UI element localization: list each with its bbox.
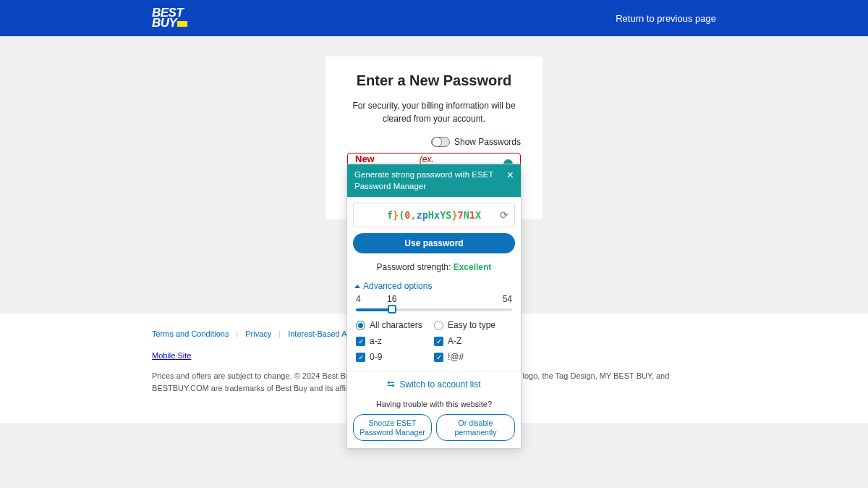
logo-line2: BUY: [152, 18, 187, 28]
slider-current: 16: [387, 294, 396, 304]
show-passwords-row: Show Passwords: [347, 137, 521, 147]
radio-icon: [434, 321, 443, 330]
slider-thumb[interactable]: [388, 305, 396, 314]
chevron-up-icon: [354, 285, 360, 288]
show-passwords-toggle[interactable]: [431, 137, 450, 147]
opt-symbols[interactable]: ✓!@#: [434, 352, 512, 362]
checkbox-icon: ✓: [434, 353, 443, 362]
use-password-button[interactable]: Use password: [353, 233, 515, 253]
snooze-button[interactable]: Snooze ESET Password Manager: [353, 414, 432, 423]
mobile-site-link[interactable]: Mobile Site: [152, 351, 191, 360]
return-link[interactable]: Return to previous page: [616, 13, 716, 24]
opt-uppercase[interactable]: ✓A-Z: [434, 336, 512, 346]
ads-link[interactable]: Interest-Based Ads: [288, 329, 355, 338]
logo-tag-icon: [177, 21, 187, 27]
close-icon[interactable]: ×: [507, 169, 514, 181]
popup-header: Generate strong password with ESET Passw…: [347, 164, 521, 197]
advanced-options-toggle[interactable]: Advanced options: [347, 281, 521, 294]
page-header: BEST BUY Return to previous page: [0, 0, 868, 36]
trouble-text: Having trouble with this website?: [347, 397, 521, 414]
opt-easy-to-type[interactable]: Easy to type: [434, 320, 512, 330]
checkbox-icon: ✓: [356, 337, 365, 346]
popup-title: Generate strong password with ESET Passw…: [354, 169, 507, 192]
show-passwords-label: Show Passwords: [454, 137, 521, 147]
terms-link[interactable]: Terms and Conditions: [152, 329, 229, 338]
checkbox-icon: ✓: [356, 353, 365, 362]
bestbuy-logo: BEST BUY: [152, 8, 187, 29]
privacy-link[interactable]: Privacy: [245, 329, 271, 338]
disable-button[interactable]: Or disable permanently: [436, 414, 515, 423]
eset-password-popup: Generate strong password with ESET Passw…: [346, 164, 522, 423]
refresh-icon[interactable]: ⟳: [500, 209, 509, 221]
slider-max: 54: [503, 294, 512, 304]
opt-all-characters[interactable]: All characters: [356, 320, 434, 330]
charset-options: All characters Easy to type ✓a-z ✓A-Z ✓0…: [347, 320, 521, 371]
card-title: Enter a New Password: [347, 72, 521, 89]
opt-lowercase[interactable]: ✓a-z: [356, 336, 434, 346]
card-subtitle: For security, your billing information w…: [347, 99, 521, 125]
password-strength: Password strength: Excellent: [347, 262, 521, 272]
strength-value: Excellent: [454, 262, 492, 272]
slider-min: 4: [356, 294, 361, 304]
switch-account-list[interactable]: ⇆ Switch to account list: [347, 371, 521, 397]
checkbox-icon: ✓: [434, 337, 443, 346]
length-slider[interactable]: [356, 308, 512, 311]
swap-icon: ⇆: [387, 379, 395, 390]
length-labels: 4 16 54: [347, 294, 521, 304]
snooze-row: Snooze ESET Password Manager Or disable …: [347, 414, 521, 423]
generated-password-box: f}(0,zpHxYS}7N1X ⟳: [353, 203, 515, 227]
radio-icon: [356, 321, 365, 330]
opt-digits[interactable]: ✓0-9: [356, 352, 434, 362]
